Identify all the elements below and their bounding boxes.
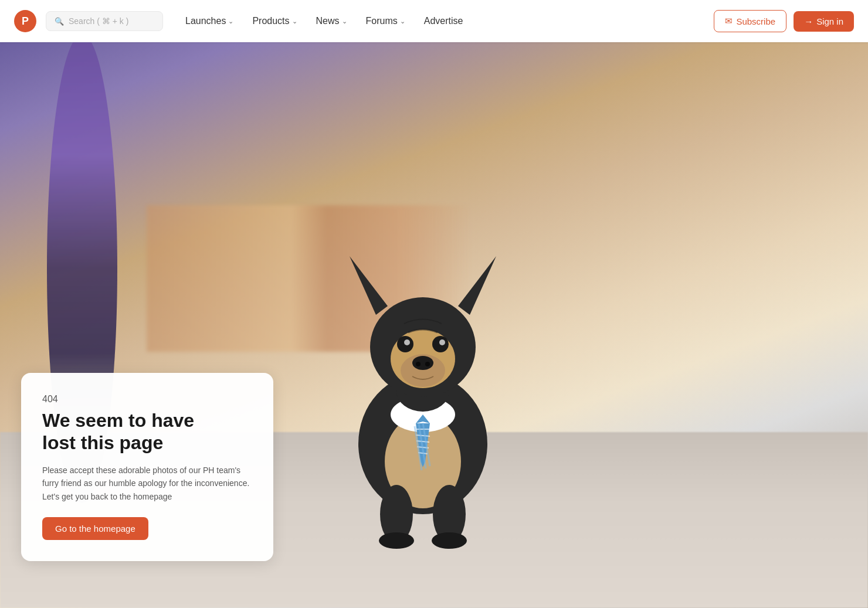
subscribe-icon: ✉ bbox=[725, 16, 733, 26]
navbar: P 🔍 Search ( ⌘ + k ) Launches ⌄ Products… bbox=[0, 0, 868, 42]
chevron-down-icon: ⌄ bbox=[400, 18, 405, 25]
nav-item-news[interactable]: News ⌄ bbox=[308, 11, 355, 31]
error-code: 404 bbox=[42, 394, 252, 405]
dog-image bbox=[311, 198, 534, 549]
search-icon: 🔍 bbox=[55, 17, 64, 26]
nav-item-products[interactable]: Products ⌄ bbox=[244, 11, 305, 31]
chevron-down-icon: ⌄ bbox=[292, 18, 297, 25]
nav-right: ✉ Subscribe → Sign in bbox=[714, 10, 854, 32]
svg-point-27 bbox=[432, 532, 467, 549]
svg-point-26 bbox=[379, 532, 414, 549]
nav-item-forums[interactable]: Forums ⌄ bbox=[358, 11, 413, 31]
svg-point-8 bbox=[404, 339, 410, 345]
signin-icon: → bbox=[804, 16, 813, 26]
svg-point-11 bbox=[412, 356, 433, 370]
svg-point-13 bbox=[425, 362, 430, 366]
nav-item-launches[interactable]: Launches ⌄ bbox=[177, 11, 242, 31]
nav-links: Launches ⌄ Products ⌄ News ⌄ Forums ⌄ Ad… bbox=[177, 11, 709, 31]
signin-button[interactable]: → Sign in bbox=[794, 11, 854, 32]
subscribe-button[interactable]: ✉ Subscribe bbox=[714, 10, 786, 32]
chevron-down-icon: ⌄ bbox=[228, 18, 233, 25]
svg-point-12 bbox=[416, 362, 421, 366]
logo-icon[interactable]: P bbox=[14, 10, 36, 32]
error-card: 404 We seem to have lost this page Pleas… bbox=[21, 373, 273, 561]
search-bar[interactable]: 🔍 Search ( ⌘ + k ) bbox=[46, 11, 163, 31]
chevron-down-icon: ⌄ bbox=[342, 18, 347, 25]
error-title: We seem to have lost this page bbox=[42, 409, 252, 454]
search-placeholder: Search ( ⌘ + k ) bbox=[69, 16, 128, 26]
go-to-homepage-button[interactable]: Go to the homepage bbox=[42, 517, 148, 540]
error-description: Please accept these adorable photos of o… bbox=[42, 464, 252, 503]
nav-item-advertise[interactable]: Advertise bbox=[416, 11, 472, 31]
svg-point-9 bbox=[439, 339, 445, 345]
